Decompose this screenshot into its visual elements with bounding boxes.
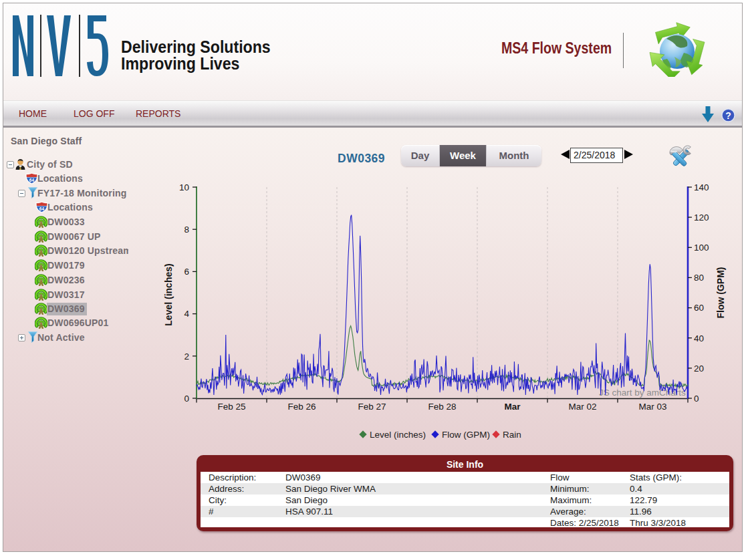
svg-text:0: 0 xyxy=(184,394,189,404)
svg-text:4: 4 xyxy=(184,309,189,319)
svg-text:Mar 03: Mar 03 xyxy=(638,402,666,412)
svg-text:Level (inches): Level (inches) xyxy=(163,263,174,325)
svg-text:80: 80 xyxy=(694,273,704,283)
svg-text:10: 10 xyxy=(179,182,189,192)
svg-text:100: 100 xyxy=(694,243,709,253)
svg-text:Level (inches): Level (inches) xyxy=(370,430,426,440)
svg-text:6: 6 xyxy=(184,267,189,277)
svg-text:Feb 28: Feb 28 xyxy=(428,402,456,412)
svg-text:Feb 25: Feb 25 xyxy=(217,402,245,412)
svg-text:140: 140 xyxy=(694,182,709,192)
svg-text:Feb 26: Feb 26 xyxy=(287,402,316,412)
svg-text:Flow (GPM): Flow (GPM) xyxy=(442,430,490,440)
svg-text:8: 8 xyxy=(184,225,189,235)
svg-text:40: 40 xyxy=(694,333,704,343)
svg-text:Flow (GPM): Flow (GPM) xyxy=(715,267,726,319)
svg-text:Feb 27: Feb 27 xyxy=(358,402,386,412)
svg-text:Rain: Rain xyxy=(503,430,521,440)
svg-text:20: 20 xyxy=(694,364,704,374)
svg-text:Mar 02: Mar 02 xyxy=(568,402,596,412)
svg-text:60: 60 xyxy=(694,303,704,313)
svg-text:2: 2 xyxy=(184,352,189,362)
svg-text:Mar: Mar xyxy=(504,402,521,412)
svg-text:120: 120 xyxy=(694,213,709,223)
svg-text:0: 0 xyxy=(694,394,699,404)
